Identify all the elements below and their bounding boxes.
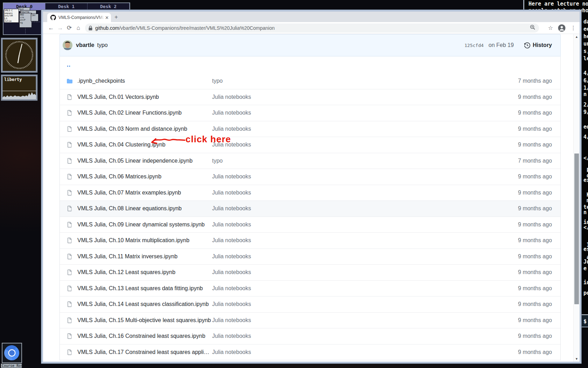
file-link[interactable]: VMLS Julia, Ch.05 Linear independence.ip… — [77, 158, 192, 164]
annotation-arrow — [150, 136, 186, 144]
commit-message-link[interactable]: Julia notebooks — [212, 126, 504, 132]
file-link[interactable]: VMLS Julia, Ch.02 Linear Functions.ipynb — [77, 110, 182, 116]
commit-message-link[interactable]: typo — [212, 158, 504, 164]
commit-message-link[interactable]: Julia notebooks — [212, 301, 504, 307]
commit-message-link[interactable]: Julia notebooks — [212, 142, 504, 148]
terminal-prompt-band[interactable]: $ — [581, 314, 588, 327]
commit-message-link[interactable]: Julia notebooks — [212, 110, 504, 116]
table-row[interactable]: VMLS Julia, Ch.15 Multi-objective least … — [60, 312, 560, 328]
commit-message-link[interactable]: Julia notebooks — [212, 269, 504, 275]
pager-mini-window[interactable]: 14+ — [31, 14, 38, 21]
commit-message-link[interactable]: Julia notebooks — [212, 317, 504, 323]
file-link[interactable]: VMLS Julia, Ch.09 Linear dynamical syste… — [77, 222, 205, 228]
scroll-up-icon[interactable]: ▲ — [574, 34, 580, 40]
file-link[interactable]: VMLS Julia, Ch.03 Norm and distance.ipyn… — [77, 126, 187, 132]
table-row[interactable]: VMLS Julia, Ch.05 Linear independence.ip… — [60, 153, 560, 169]
table-row[interactable]: VMLS Julia, Ch.14 Least squares classifi… — [60, 296, 560, 312]
commit-message-link[interactable]: Julia notebooks — [212, 190, 504, 196]
history-label: History — [533, 42, 552, 48]
terminal-side-line: pd — [583, 290, 588, 296]
table-row[interactable]: VMLS Julia, Ch.06 Matrices.ipynb Julia n… — [60, 169, 560, 185]
back-icon[interactable]: ← — [47, 25, 56, 32]
table-row[interactable]: VMLS Julia, Ch.11 Matrix inverses.ipynb … — [60, 248, 560, 265]
file-link[interactable]: VMLS Julia, Ch.10 Matrix multiplication.… — [77, 237, 189, 244]
commit-message-link[interactable]: Julia notebooks — [212, 222, 504, 228]
scrollbar-thumb[interactable] — [574, 154, 579, 304]
table-row[interactable]: VMLS Julia, Ch.02 Linear Functions.ipynb… — [60, 105, 560, 121]
scroll-down-icon[interactable]: ▼ — [574, 356, 580, 362]
terminal-prompt: $ — [581, 315, 588, 325]
file-link[interactable]: VMLS Julia, Ch.17 Constrained least squa… — [77, 349, 209, 355]
table-row[interactable]: VMLS Julia, Ch.08 Linear equations.ipynb… — [60, 200, 560, 217]
file-age: 9 months ago — [504, 126, 560, 132]
file-age: 9 months ago — [504, 349, 560, 355]
table-row[interactable]: VMLS Julia, Ch.01 Vectors.ipynb Julia no… — [60, 89, 560, 105]
pager-mini-window-browser[interactable]: VMLS-C ompani ons/VM LS Julia — [4, 9, 19, 23]
commit-author[interactable]: vbartle — [76, 42, 94, 48]
chromium-launcher[interactable] — [2, 343, 22, 363]
commit-message-link[interactable]: typo — [97, 42, 107, 48]
commit-message-link[interactable]: typo — [212, 78, 504, 84]
new-tab-button[interactable]: + — [114, 14, 118, 21]
tab-strip: VMLS-Companions/VMLS Ju ✕ + — [43, 12, 580, 22]
file-link[interactable]: VMLS Julia, Ch.13 Least squares data fit… — [77, 285, 203, 292]
table-row[interactable]: .ipynb_checkpoints typo 7 months ago — [60, 73, 560, 89]
browser-menu-icon[interactable]: ⋮ — [570, 25, 576, 31]
file-link[interactable]: VMLS Julia, Ch.07 Matrix examples.ipynb — [77, 190, 181, 196]
history-icon — [524, 42, 530, 48]
bookmark-star-icon[interactable]: ☆ — [548, 25, 553, 31]
table-row[interactable]: VMLS Julia, Ch.07 Matrix examples.ipynb … — [60, 185, 560, 201]
table-row[interactable]: VMLS Julia, Ch.13 Least squares data fit… — [60, 280, 560, 297]
file-age: 9 months ago — [504, 253, 560, 260]
table-row[interactable]: VMLS Julia, Ch.09 Linear dynamical syste… — [60, 217, 560, 233]
reload-icon[interactable]: ⟳ — [65, 24, 74, 32]
file-age: 9 months ago — [504, 205, 560, 212]
table-row[interactable]: VMLS Julia, Ch.17 Constrained least squa… — [60, 344, 560, 360]
url-host: github.com — [95, 25, 119, 31]
table-row[interactable]: VMLS Julia, Ch.03 Norm and distance.ipyn… — [60, 121, 560, 137]
commit-author-avatar[interactable] — [63, 40, 72, 50]
profile-avatar[interactable] — [558, 24, 566, 32]
file-icon — [67, 349, 72, 355]
file-link[interactable]: .ipynb_checkpoints — [77, 78, 125, 84]
file-link[interactable]: VMLS Julia, Ch.06 Matrices.ipynb — [77, 173, 161, 180]
table-row[interactable]: VMLS Julia, Ch.10 Matrix multiplication.… — [60, 232, 560, 248]
file-link[interactable]: VMLS Julia, Ch.16 Constrained least squa… — [77, 333, 205, 339]
commit-message-link[interactable]: Julia notebooks — [212, 333, 504, 339]
file-link[interactable]: VMLS Julia, Ch.11 Matrix inverses.ipynb — [77, 253, 177, 260]
file-link[interactable]: VMLS Julia, Ch.08 Linear equations.ipynb — [77, 205, 182, 212]
pager-mini-window[interactable]: 002 cre en+P ng — [19, 13, 32, 28]
file-link[interactable]: VMLS Julia, Ch.01 Vectors.ipynb — [77, 94, 159, 100]
tab-close-icon[interactable]: ✕ — [105, 15, 109, 20]
browser-tab[interactable]: VMLS-Companions/VMLS Ju ✕ — [47, 13, 111, 22]
address-bar[interactable]: github.com/vbartle/VMLS-Companions/tree/… — [85, 23, 539, 33]
file-age: 9 months ago — [504, 110, 560, 116]
file-link[interactable]: VMLS Julia, Ch.15 Multi-objective least … — [77, 317, 211, 323]
table-row[interactable]: VMLS Julia, Ch.16 Constrained least squa… — [60, 328, 560, 344]
commit-message-link[interactable]: Julia notebooks — [212, 349, 504, 355]
file-icon — [67, 238, 72, 243]
parent-directory-row[interactable]: .. — [60, 56, 560, 73]
page-scrollbar[interactable]: ▲ ▼ — [573, 34, 580, 362]
terminal-side-line: n — [583, 91, 587, 97]
file-icon — [67, 142, 72, 148]
commit-message-link[interactable]: Julia notebooks — [212, 237, 504, 244]
commit-message-link[interactable]: Julia notebooks — [212, 285, 504, 292]
commit-message-link[interactable]: Julia notebooks — [212, 205, 504, 212]
forward-icon[interactable]: → — [56, 25, 65, 32]
commit-message-link[interactable]: Julia notebooks — [212, 253, 504, 260]
file-icon — [67, 270, 72, 275]
file-link[interactable]: VMLS Julia, Ch.12 Least squares.ipynb — [77, 269, 175, 275]
commit-message-link[interactable]: Julia notebooks — [212, 94, 504, 100]
browser-window: VMLS-Companions/VMLS Ju ✕ + ← → ⟳ ⌂ gith… — [41, 10, 581, 363]
commit-sha[interactable]: 125cfd4 — [464, 43, 484, 48]
home-icon[interactable]: ⌂ — [74, 25, 83, 32]
url-text[interactable]: github.com/vbartle/VMLS-Companions/tree/… — [95, 25, 275, 31]
zoom-page-icon[interactable] — [527, 25, 536, 32]
table-row[interactable]: VMLS Julia, Ch.12 Least squares.ipynb Ju… — [60, 264, 560, 280]
table-row[interactable]: VMLS Julia, Ch.04 Clustering.ipynb Julia… — [60, 137, 560, 153]
parent-directory-link[interactable]: .. — [67, 62, 71, 68]
history-button[interactable]: History — [524, 42, 552, 48]
commit-message-link[interactable]: Julia notebooks — [212, 173, 504, 180]
file-link[interactable]: VMLS Julia, Ch.14 Least squares classifi… — [77, 301, 209, 307]
